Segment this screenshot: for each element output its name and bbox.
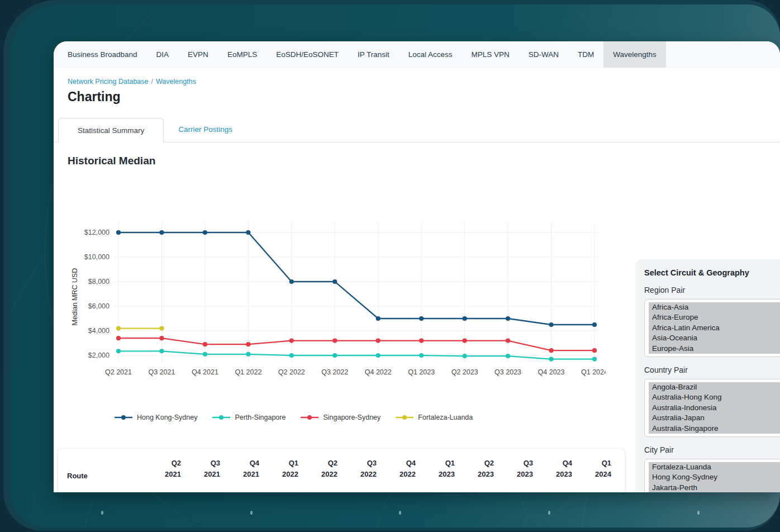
listbox-option-fortaleza-luanda[interactable]: Fortaleza-Luanda bbox=[649, 462, 780, 472]
svg-text:$10,000: $10,000 bbox=[84, 253, 110, 261]
country-pair-label: Country Pair bbox=[644, 365, 780, 374]
quarter-column-header-q4-2022: Q42022 bbox=[380, 458, 419, 480]
listbox-option-australia-indonesia[interactable]: Australia-Indonesia bbox=[649, 403, 780, 413]
city-pair-group: City PairFortaleza-LuandaHong Kong-Sydne… bbox=[644, 445, 780, 492]
svg-text:Q1 2023: Q1 2023 bbox=[408, 368, 435, 376]
svg-text:Median MRC USD: Median MRC USD bbox=[71, 268, 79, 326]
listbox-option-asia-oceania[interactable]: Asia-Oceania bbox=[649, 333, 780, 343]
decorative-dot bbox=[101, 511, 103, 515]
nav-item-eosdh-eosonet[interactable]: EoSDH/EoSONET bbox=[267, 41, 348, 68]
app-window: Business BroadbandDIAEVPNEoMPLSEoSDH/EoS… bbox=[54, 41, 780, 492]
legend-marker-icon bbox=[396, 415, 413, 420]
chart-section: Historical Median $2,000$4,000$6,000$8,0… bbox=[54, 142, 629, 492]
svg-text:Q4 2023: Q4 2023 bbox=[538, 368, 565, 376]
nav-item-sd-wan[interactable]: SD-WAN bbox=[519, 41, 568, 68]
legend-item-fortaleza-luanda[interactable]: Fortaleza-Luanda bbox=[396, 414, 473, 421]
svg-text:Q1 2024: Q1 2024 bbox=[581, 368, 606, 376]
legend-item-singapore-sydney[interactable]: Singapore-Sydney bbox=[301, 414, 381, 421]
listbox-option-africa-europe[interactable]: Africa-Europe bbox=[649, 312, 780, 322]
decorative-dot bbox=[548, 511, 550, 515]
nav-item-eompls[interactable]: EoMPLS bbox=[218, 41, 267, 68]
svg-text:Q3 2021: Q3 2021 bbox=[148, 368, 175, 376]
filter-sidebar: Select Circuit & Geography Region PairAf… bbox=[635, 259, 780, 492]
svg-text:$6,000: $6,000 bbox=[88, 302, 110, 310]
tab-statistical-summary[interactable]: Statistical Summary bbox=[58, 118, 164, 142]
chart-legend: Hong Kong-SydneyPerth-SingaporeSingapore… bbox=[115, 414, 629, 421]
legend-marker-icon bbox=[212, 415, 230, 420]
region-pair-label: Region Pair bbox=[644, 286, 780, 294]
city-pair-listbox[interactable]: Fortaleza-LuandaHong Kong-SydneyJakarta-… bbox=[644, 459, 780, 492]
decorative-dot bbox=[399, 511, 401, 515]
nav-item-dia[interactable]: DIA bbox=[147, 41, 179, 68]
top-nav: Business BroadbandDIAEVPNEoMPLSEoSDH/EoS… bbox=[54, 41, 780, 68]
nav-item-mpls-vpn[interactable]: MPLS VPN bbox=[462, 41, 519, 68]
quarter-column-header-q3-2021: Q32021 bbox=[184, 458, 223, 480]
legend-label: Hong Kong-Sydney bbox=[137, 414, 197, 421]
sidebar-sections: Region PairAfrica-AsiaAfrica-EuropeAfric… bbox=[644, 286, 780, 492]
region-pair-group: Region PairAfrica-AsiaAfrica-EuropeAfric… bbox=[644, 286, 780, 357]
city-pair-label: City Pair bbox=[644, 445, 780, 454]
breadcrumb-link-wavelengths[interactable]: Wavelengths bbox=[156, 78, 196, 86]
quarter-column-header-q1-2022: Q12022 bbox=[263, 458, 302, 480]
nav-item-business-broadband[interactable]: Business Broadband bbox=[58, 41, 147, 68]
listbox-option-jakarta-perth[interactable]: Jakarta-Perth bbox=[649, 483, 780, 492]
decorative-dot bbox=[697, 511, 700, 515]
quarter-column-header-q4-2023: Q42023 bbox=[536, 458, 576, 480]
route-table-card: Route Q22021Q32021Q42021Q12022Q22022Q320… bbox=[58, 449, 625, 492]
legend-marker-icon bbox=[301, 415, 318, 420]
svg-text:Q2 2023: Q2 2023 bbox=[451, 368, 478, 376]
quarter-column-header-q3-2022: Q32022 bbox=[341, 458, 380, 480]
legend-label: Fortaleza-Luanda bbox=[418, 414, 473, 421]
svg-text:Q3 2023: Q3 2023 bbox=[494, 368, 521, 376]
legend-item-hong-kong-sydney[interactable]: Hong Kong-Sydney bbox=[115, 414, 197, 421]
legend-item-perth-singapore[interactable]: Perth-Singapore bbox=[212, 414, 286, 421]
sidebar-title: Select Circuit & Geography bbox=[644, 268, 780, 277]
nav-item-wavelengths[interactable]: Wavelengths bbox=[603, 41, 666, 68]
nav-item-local-access[interactable]: Local Access bbox=[399, 41, 462, 68]
chart-title: Historical Median bbox=[68, 155, 629, 167]
svg-text:$8,000: $8,000 bbox=[88, 278, 110, 286]
nav-item-evpn[interactable]: EVPN bbox=[178, 41, 218, 68]
country-pair-listbox[interactable]: Angola-BrazilAustralia-Hong KongAustrali… bbox=[644, 379, 780, 437]
listbox-option-europe-asia[interactable]: Europe-Asia bbox=[649, 344, 780, 354]
tab-bar: Statistical SummaryCarrier Postings bbox=[54, 117, 780, 142]
quarter-column-header-q1-2023: Q12023 bbox=[419, 458, 458, 480]
legend-marker-icon bbox=[115, 415, 132, 420]
svg-text:Q2 2022: Q2 2022 bbox=[278, 368, 305, 376]
svg-text:$12,000: $12,000 bbox=[84, 229, 110, 236]
svg-text:Q3 2022: Q3 2022 bbox=[321, 368, 348, 376]
breadcrumb-separator: / bbox=[151, 78, 153, 86]
quarter-column-header-q2-2021: Q22021 bbox=[145, 458, 184, 480]
tab-carrier-postings[interactable]: Carrier Postings bbox=[164, 117, 247, 142]
region-pair-listbox[interactable]: Africa-AsiaAfrica-EuropeAfrica-Latin Ame… bbox=[644, 299, 780, 357]
quarter-column-header-q3-2023: Q32023 bbox=[497, 458, 536, 480]
svg-text:$4,000: $4,000 bbox=[88, 327, 110, 335]
country-pair-group: Country PairAngola-BrazilAustralia-Hong … bbox=[644, 365, 780, 437]
page-title: Charting bbox=[68, 89, 780, 104]
svg-text:Q4 2021: Q4 2021 bbox=[192, 368, 218, 376]
historical-median-chart: $2,000$4,000$6,000$8,000$10,000$12,000Q2… bbox=[69, 216, 629, 386]
listbox-option-africa-latin-america[interactable]: Africa-Latin America bbox=[649, 323, 780, 333]
route-column-header: Route bbox=[67, 472, 145, 480]
svg-text:$2,000: $2,000 bbox=[88, 352, 110, 359]
decorative-dot bbox=[250, 511, 253, 515]
listbox-option-australia-hong-kong[interactable]: Australia-Hong Kong bbox=[649, 392, 780, 402]
listbox-option-australia-japan[interactable]: Australia-Japan bbox=[649, 413, 780, 423]
listbox-option-australia-singapore[interactable]: Australia-Singapore bbox=[649, 424, 780, 434]
svg-text:Q1 2022: Q1 2022 bbox=[235, 368, 261, 376]
listbox-option-africa-asia[interactable]: Africa-Asia bbox=[649, 302, 780, 312]
nav-item-tdm[interactable]: TDM bbox=[568, 41, 603, 68]
svg-text:Q2 2021: Q2 2021 bbox=[105, 368, 132, 376]
quarter-column-header-q2-2022: Q22022 bbox=[302, 458, 341, 480]
listbox-option-hong-kong-sydney[interactable]: Hong Kong-Sydney bbox=[649, 472, 780, 482]
breadcrumb-link-network-pricing-database[interactable]: Network Pricing Database bbox=[68, 78, 149, 86]
line-chart-svg: $2,000$4,000$6,000$8,000$10,000$12,000Q2… bbox=[69, 216, 606, 383]
listbox-option-angola-brazil[interactable]: Angola-Brazil bbox=[649, 382, 780, 392]
nav-item-ip-transit[interactable]: IP Transit bbox=[348, 41, 399, 68]
legend-label: Perth-Singapore bbox=[235, 414, 286, 421]
quarter-column-header-q2-2023: Q22023 bbox=[458, 458, 497, 480]
quarter-column-header-q4-2021: Q42021 bbox=[223, 458, 263, 480]
breadcrumb: Network Pricing Database/Wavelengths bbox=[54, 68, 780, 86]
route-table-header: Route Q22021Q32021Q42021Q12022Q22022Q320… bbox=[67, 458, 620, 480]
quarter-column-header-q1-2024: Q12024 bbox=[576, 458, 615, 480]
